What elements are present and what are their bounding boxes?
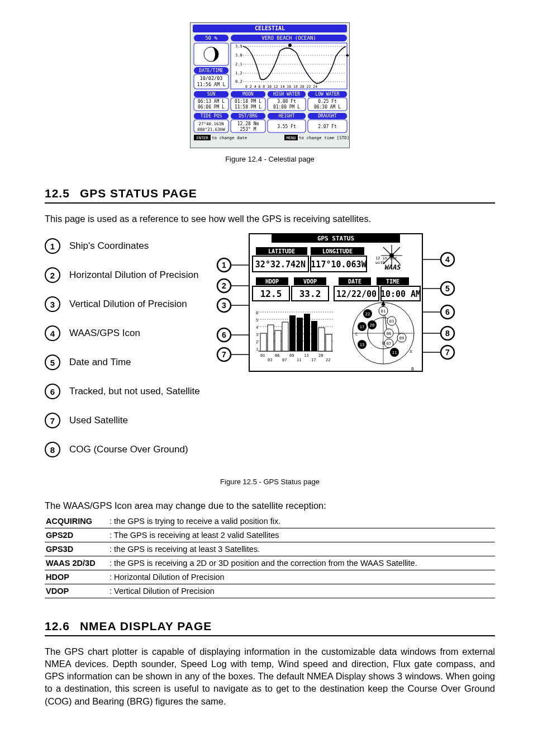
svg-text:7: 7 xyxy=(445,348,450,357)
svg-text:3: 3 xyxy=(256,333,258,337)
svg-rect-151 xyxy=(268,325,274,351)
svg-text:3.55 Ft: 3.55 Ft xyxy=(277,124,296,129)
legend-num-2: 2 xyxy=(45,267,60,283)
svg-text:253° M: 253° M xyxy=(240,127,256,132)
svg-text:01: 01 xyxy=(260,353,265,358)
gps-legend-list: 1Ship's Coordinates 2Horizontal Dilution… xyxy=(45,233,200,471)
svg-text:DATE: DATE xyxy=(348,278,361,285)
svg-rect-155 xyxy=(297,318,303,351)
svg-text:to change date: to change date xyxy=(212,135,248,140)
legend-text: WAAS/GPS Icon xyxy=(69,328,140,339)
svg-text:1: 1 xyxy=(222,261,226,270)
svg-text:06: 06 xyxy=(275,353,279,358)
svg-rect-154 xyxy=(289,315,296,351)
waas-icon-para: The WAAS/GPS Icon area may change due to… xyxy=(45,499,495,512)
svg-text:01: 01 xyxy=(381,309,386,314)
svg-text:ENTER: ENTER xyxy=(196,136,208,140)
gps-status-terms-table: ACQUIRING: the GPS is trying to receive … xyxy=(45,514,495,598)
svg-text:B: B xyxy=(411,367,414,372)
svg-text:12.28 Nm: 12.28 Nm xyxy=(237,121,259,126)
svg-text:2: 2 xyxy=(256,340,258,344)
svg-rect-156 xyxy=(304,314,310,351)
svg-text:20: 20 xyxy=(318,353,323,358)
svg-text:32°32.742N: 32°32.742N xyxy=(255,259,306,270)
svg-text:3: 3 xyxy=(222,301,226,310)
svg-text:01:18 PM L: 01:18 PM L xyxy=(235,99,261,104)
svg-text:09: 09 xyxy=(399,336,404,341)
section-12-5-intro: This page is used as a reference to see … xyxy=(45,212,495,225)
svg-text:12.5: 12.5 xyxy=(260,289,282,299)
legend-num-6: 6 xyxy=(45,384,60,399)
svg-text:06:30 AM L: 06:30 AM L xyxy=(314,105,341,110)
svg-text:DST/BRG: DST/BRG xyxy=(239,114,258,119)
svg-text:C: C xyxy=(355,332,358,337)
svg-rect-14 xyxy=(231,43,347,89)
legend-text: Used Satellite xyxy=(69,415,128,426)
svg-text:3.88 Ft: 3.88 Ft xyxy=(277,99,296,104)
legend-text: Ship's Coordinates xyxy=(69,240,149,252)
section-12-6-para: The GPS chart plotter is capable of disp… xyxy=(45,645,495,707)
svg-text:22: 22 xyxy=(365,312,370,316)
svg-text:3.0: 3.0 xyxy=(235,53,242,58)
svg-text:17: 17 xyxy=(311,358,316,362)
svg-rect-152 xyxy=(275,330,281,351)
svg-text:27°40.161N: 27°40.161N xyxy=(198,121,223,126)
svg-text:13: 13 xyxy=(304,353,308,358)
svg-text:09: 09 xyxy=(289,353,294,358)
svg-text:06:13 AM L: 06:13 AM L xyxy=(198,99,225,104)
legend-text: Date and Time xyxy=(69,357,131,368)
svg-text:17: 17 xyxy=(360,325,364,329)
svg-text:06:06 PM L: 06:06 PM L xyxy=(198,105,225,110)
legend-num-7: 7 xyxy=(45,413,60,428)
figure-12-4-caption: Figure 12.4 - Celestial page xyxy=(45,155,495,163)
svg-text:03: 03 xyxy=(389,319,394,324)
svg-text:080°21.630W: 080°21.630W xyxy=(197,127,225,132)
svg-text:12 in use: 12 in use xyxy=(375,256,397,261)
section-12-6-heading: 12.6NMEA DISPLAY PAGE xyxy=(45,620,495,636)
svg-text:DRAUGHT: DRAUGHT xyxy=(318,114,337,119)
svg-text:HDOP: HDOP xyxy=(265,278,279,285)
svg-text:TIME: TIME xyxy=(386,278,399,285)
svg-text:13: 13 xyxy=(360,343,364,347)
svg-text:4: 4 xyxy=(256,325,258,330)
svg-text:LONGITUDE: LONGITUDE xyxy=(322,248,353,254)
svg-text:to change time [STD]: to change time [STD] xyxy=(299,135,349,140)
figure-12-5-caption: Figure 12.5 - GPS Status page xyxy=(45,478,495,486)
svg-rect-159 xyxy=(326,334,332,351)
svg-text:6: 6 xyxy=(445,308,450,316)
svg-rect-157 xyxy=(311,321,317,351)
svg-text:3.9: 3.9 xyxy=(235,44,242,49)
svg-text:1: 1 xyxy=(256,347,258,352)
svg-text:07: 07 xyxy=(387,342,391,346)
legend-num-3: 3 xyxy=(45,296,60,312)
legend-num-5: 5 xyxy=(45,355,60,370)
svg-text:LOW WATER: LOW WATER xyxy=(315,92,340,97)
svg-text:6: 6 xyxy=(222,330,226,339)
svg-text:5: 5 xyxy=(445,284,450,293)
svg-text:07: 07 xyxy=(282,358,287,362)
svg-rect-158 xyxy=(318,328,325,351)
svg-text:117°10.063W: 117°10.063W xyxy=(311,259,367,270)
svg-text:E: E xyxy=(410,349,412,354)
gps-status-diagram: 1 2 3 6 7 4 5 6 8 7 GPS STATUS LATITUDE … xyxy=(216,233,495,386)
svg-text:DATE/TIME: DATE/TIME xyxy=(199,68,223,73)
svg-text:50 %: 50 % xyxy=(205,35,217,41)
svg-rect-150 xyxy=(260,333,266,351)
svg-text:10:00 AM: 10:00 AM xyxy=(380,289,421,299)
svg-text:06: 06 xyxy=(387,332,391,336)
svg-text:20: 20 xyxy=(370,323,374,328)
svg-text:4: 4 xyxy=(445,255,450,264)
svg-text:MOON: MOON xyxy=(242,92,253,97)
svg-text:2.1: 2.1 xyxy=(235,62,242,67)
svg-text:33.2: 33.2 xyxy=(299,289,321,299)
svg-text:TIDE POS: TIDE POS xyxy=(201,114,222,119)
svg-text:6: 6 xyxy=(256,311,258,315)
svg-text:11: 11 xyxy=(392,351,397,355)
svg-text:LATITUDE: LATITUDE xyxy=(268,248,295,254)
svg-point-25 xyxy=(288,44,292,47)
svg-text:5: 5 xyxy=(256,318,258,323)
svg-text:1.2: 1.2 xyxy=(235,71,242,75)
legend-num-4: 4 xyxy=(45,325,60,341)
svg-text:2: 2 xyxy=(222,281,226,290)
svg-text:22: 22 xyxy=(326,358,330,362)
